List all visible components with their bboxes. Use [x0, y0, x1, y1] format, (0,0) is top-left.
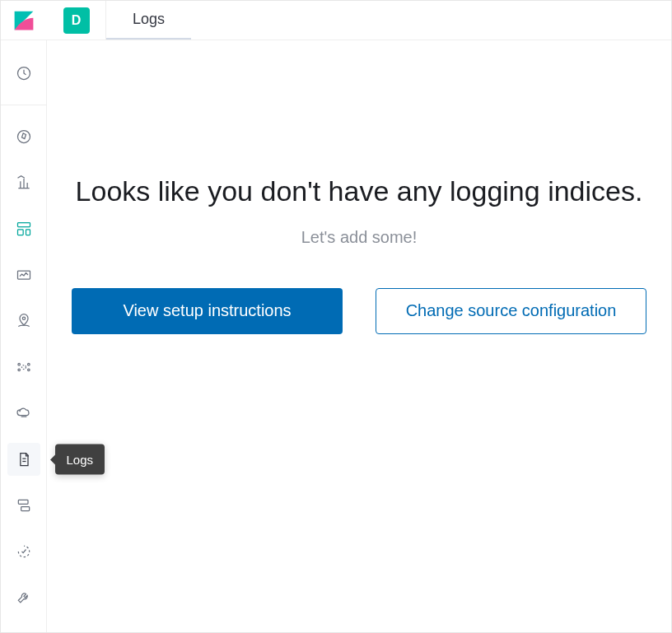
- kibana-logo-icon: [13, 10, 35, 31]
- change-source-configuration-button[interactable]: Change source configuration: [376, 288, 646, 334]
- svg-rect-14: [18, 500, 28, 504]
- uptime-icon: [16, 543, 32, 560]
- svg-rect-4: [17, 223, 30, 227]
- kibana-logo-container[interactable]: [1, 1, 47, 40]
- space-selector[interactable]: D: [47, 1, 106, 40]
- dashboard-icon: [16, 221, 32, 237]
- svg-point-10: [17, 363, 20, 365]
- nav-devtools[interactable]: [7, 581, 40, 614]
- empty-state-title: Looks like you don't have any logging in…: [72, 172, 646, 212]
- wrench-icon: [16, 589, 32, 606]
- button-row: View setup instructions Change source co…: [63, 288, 655, 334]
- svg-point-9: [21, 365, 26, 370]
- nav-maps[interactable]: [7, 305, 40, 337]
- nav-recent[interactable]: [7, 57, 40, 90]
- svg-rect-15: [21, 507, 29, 511]
- chart-area-icon: [16, 267, 32, 283]
- nav-uptime[interactable]: [7, 535, 40, 568]
- apm-icon: [16, 497, 32, 514]
- clock-icon: [16, 65, 32, 81]
- nav-visualize[interactable]: [7, 166, 40, 199]
- nav-apm[interactable]: [7, 489, 40, 522]
- map-pin-icon: [16, 313, 32, 329]
- main-content: Looks like you don't have any logging in…: [47, 40, 671, 632]
- svg-point-11: [27, 363, 30, 365]
- nav-dashboard[interactable]: [7, 212, 40, 245]
- primary-button-label: View setup instructions: [123, 301, 291, 320]
- empty-state-subtitle: Let's add some!: [63, 228, 655, 247]
- tab-label: Logs: [133, 11, 165, 28]
- view-setup-instructions-button[interactable]: View setup instructions: [72, 288, 343, 334]
- nav-ml[interactable]: [7, 351, 40, 384]
- sidebar-divider: [1, 105, 46, 105]
- ml-icon: [16, 359, 32, 375]
- svg-point-13: [27, 369, 30, 371]
- svg-point-12: [17, 369, 20, 371]
- compass-icon: [16, 128, 32, 145]
- breadcrumb-tab[interactable]: Logs: [106, 1, 191, 40]
- nav-timelion[interactable]: [7, 258, 40, 291]
- secondary-button-label: Change source configuration: [406, 301, 617, 320]
- nav-discover[interactable]: [7, 120, 40, 153]
- svg-point-8: [22, 317, 25, 319]
- svg-rect-6: [26, 230, 30, 235]
- svg-rect-5: [17, 230, 23, 235]
- nav-logs[interactable]: Logs: [7, 443, 40, 476]
- logs-icon: [16, 451, 32, 468]
- infra-icon: [16, 405, 32, 421]
- header-bar: D Logs: [1, 1, 671, 40]
- space-badge[interactable]: D: [63, 7, 90, 34]
- sidebar: Logs: [1, 40, 47, 632]
- bar-chart-icon: [16, 175, 32, 191]
- nav-infrastructure[interactable]: [7, 397, 40, 430]
- svg-point-3: [17, 131, 30, 143]
- space-letter: D: [72, 13, 82, 28]
